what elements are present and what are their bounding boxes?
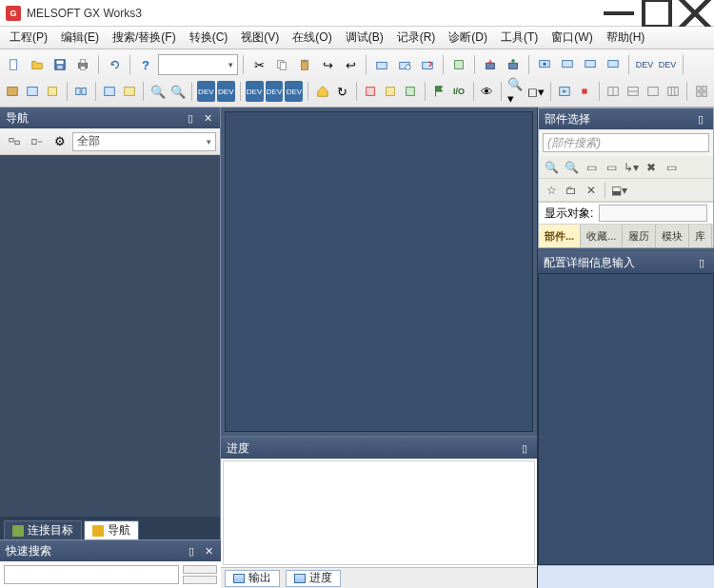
close-button[interactable] <box>676 0 714 27</box>
cut-icon[interactable]: ✂ <box>248 54 269 75</box>
menu-debug[interactable]: 调试(B) <box>340 28 389 48</box>
parts-tb5-icon[interactable]: ▭ <box>663 159 680 176</box>
print-icon[interactable] <box>72 54 93 75</box>
help-search-combo[interactable]: ▾ <box>158 54 238 75</box>
device1-icon[interactable]: DEV <box>634 54 655 75</box>
layout3-icon[interactable] <box>645 81 663 102</box>
menu-view[interactable]: 视图(V) <box>235 28 285 48</box>
parts-tab-library[interactable]: 库 <box>689 225 712 247</box>
parts-tb4-icon[interactable]: ✖ <box>643 159 660 176</box>
write-plc-icon[interactable] <box>480 54 501 75</box>
help-icon[interactable]: ? <box>135 54 156 75</box>
tab-output[interactable]: 输出 <box>225 570 280 587</box>
dev-blue3-icon[interactable]: DEV <box>246 81 264 102</box>
quicksearch-up-button[interactable] <box>183 565 217 574</box>
parts-tb3-dd-icon[interactable]: ↳▾ <box>623 159 640 176</box>
tool-yellow-icon[interactable] <box>382 81 400 102</box>
editor-area[interactable] <box>225 111 533 432</box>
layout2-icon[interactable] <box>625 81 643 102</box>
copy-icon[interactable] <box>271 54 292 75</box>
tb2-5-icon[interactable] <box>100 81 118 102</box>
paste-icon[interactable] <box>294 54 315 75</box>
tb2-4-icon[interactable] <box>72 81 90 102</box>
undo-icon[interactable] <box>104 54 125 75</box>
menu-edit[interactable]: 编辑(E) <box>55 28 105 48</box>
fit-dd-icon[interactable]: ◻▾ <box>526 81 545 102</box>
tb2-2-icon[interactable] <box>24 81 42 102</box>
menu-help[interactable]: 帮助(H) <box>601 28 651 48</box>
menu-search-replace[interactable]: 搜索/替换(F) <box>107 28 182 48</box>
menu-diagnostics[interactable]: 诊断(D) <box>443 28 493 48</box>
redo2-icon[interactable]: ↪ <box>317 54 338 75</box>
pin-icon[interactable]: ▯ <box>185 544 198 558</box>
parts-tb1-icon[interactable]: ▭ <box>583 159 600 176</box>
config-body[interactable] <box>538 273 714 565</box>
refresh-icon[interactable]: ↻ <box>333 81 351 102</box>
quicksearch-input[interactable] <box>4 565 179 584</box>
monitor1-icon[interactable] <box>534 54 555 75</box>
tb2-3-icon[interactable] <box>44 81 62 102</box>
parts-folder-icon[interactable]: 🗀 <box>563 182 580 199</box>
tb2-1-icon[interactable] <box>4 81 22 102</box>
check-icon[interactable] <box>417 54 438 75</box>
tab-progress[interactable]: 进度 <box>286 570 341 587</box>
menu-convert[interactable]: 转换(C) <box>184 28 234 48</box>
close-panel-icon[interactable]: ✕ <box>202 544 215 558</box>
find2-icon[interactable]: 🔍 <box>169 81 187 102</box>
layout5-icon[interactable] <box>692 81 710 102</box>
nav-expand-icon[interactable] <box>4 131 25 152</box>
undo2-icon[interactable]: ↩ <box>340 54 361 75</box>
open-file-icon[interactable] <box>27 54 48 75</box>
menu-window[interactable]: 窗口(W) <box>545 28 598 48</box>
maximize-button[interactable] <box>638 0 676 27</box>
build-icon[interactable] <box>371 54 392 75</box>
watch-icon[interactable]: 👁 <box>478 81 496 102</box>
home-icon[interactable] <box>313 81 331 102</box>
flag-icon[interactable] <box>430 81 448 102</box>
nav-filter-combo[interactable]: 全部▾ <box>72 132 216 151</box>
new-file-icon[interactable] <box>4 54 25 75</box>
pin-icon[interactable]: ▯ <box>184 111 197 125</box>
menu-project[interactable]: 工程(P) <box>4 28 53 48</box>
monitor3-icon[interactable] <box>580 54 601 75</box>
simulation-icon[interactable] <box>448 54 469 75</box>
parts-find-prev-icon[interactable]: 🔍 <box>543 159 560 176</box>
tool-red-icon[interactable] <box>362 81 380 102</box>
minimize-button[interactable] <box>600 0 638 27</box>
menu-online[interactable]: 在线(O) <box>287 28 337 48</box>
dev-blue2-icon[interactable]: DEV <box>217 81 235 102</box>
tb2-6-icon[interactable] <box>120 81 138 102</box>
quicksearch-down-button[interactable] <box>183 576 217 584</box>
dev-blue1-icon[interactable]: DEV <box>197 81 215 102</box>
layout1-icon[interactable] <box>605 81 623 102</box>
dev-blue5-icon[interactable]: DEV <box>285 81 303 102</box>
pin-icon[interactable]: ▯ <box>518 441 531 455</box>
parts-delete-icon[interactable]: ✕ <box>583 182 600 199</box>
tab-connection-target[interactable]: 连接目标 <box>4 520 82 539</box>
parts-search-input[interactable]: (部件搜索) <box>543 133 709 152</box>
nav-collapse-icon[interactable] <box>27 131 48 152</box>
nav-settings-icon[interactable]: ⚙ <box>50 131 70 152</box>
pin-icon[interactable]: ▯ <box>695 256 708 269</box>
parts-chart-dd-icon[interactable]: ⬓▾ <box>610 182 627 199</box>
parts-tab-parts[interactable]: 部件... <box>539 225 581 247</box>
parts-tab-favorites[interactable]: 收藏... <box>581 225 623 247</box>
parts-tb2-icon[interactable]: ▭ <box>603 159 620 176</box>
parts-fav-icon[interactable]: ☆ <box>543 182 560 199</box>
rebuild-icon[interactable] <box>394 54 415 75</box>
stop-icon[interactable] <box>576 81 594 102</box>
run-icon[interactable] <box>556 81 574 102</box>
menu-tools[interactable]: 工具(T) <box>495 28 544 48</box>
layout4-icon[interactable] <box>664 81 682 102</box>
parts-find-next-icon[interactable]: 🔍 <box>563 159 580 176</box>
parts-tab-history[interactable]: 履历 <box>623 225 656 247</box>
parts-tab-module[interactable]: 模块 <box>656 225 689 247</box>
save-icon[interactable] <box>50 54 70 75</box>
read-plc-icon[interactable] <box>503 54 524 75</box>
menu-record[interactable]: 记录(R) <box>391 28 442 48</box>
pin-icon[interactable]: ▯ <box>694 112 707 126</box>
tab-navigation[interactable]: 导航 <box>84 520 139 539</box>
monitor2-icon[interactable] <box>557 54 578 75</box>
tool-green-icon[interactable] <box>402 81 420 102</box>
display-target-combo[interactable] <box>599 205 707 222</box>
